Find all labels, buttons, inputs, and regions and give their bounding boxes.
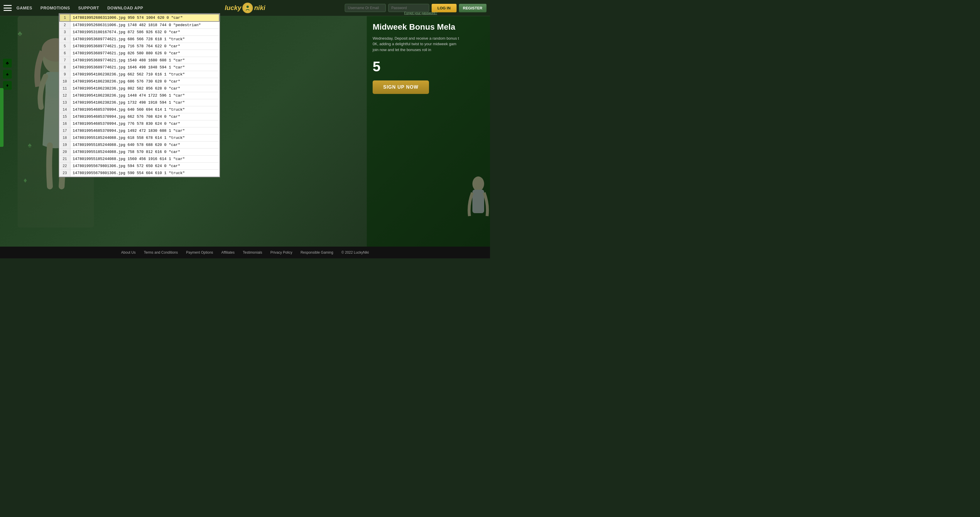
row-content: 1478019953689774621.jpg 686 566 728 618 … <box>70 36 219 43</box>
nav-games[interactable]: GAMES <box>16 6 32 10</box>
table-row[interactable]: 61478019953689774621.jpg 826 580 880 626… <box>60 50 219 57</box>
row-number: 1 <box>60 14 70 21</box>
password-input[interactable] <box>388 4 429 12</box>
nav-download[interactable]: DOWNLOAD APP <box>107 6 143 10</box>
logo-text-left: lucky <box>225 4 241 12</box>
table-row[interactable]: 71478019953689774621.jpg 1540 488 1680 6… <box>60 57 219 64</box>
nav-support[interactable]: SUPPORT <box>78 6 99 10</box>
green-sidebar <box>0 88 3 147</box>
table-row[interactable]: 201478019955185244088.jpg 758 570 812 61… <box>60 148 219 156</box>
row-number: 10 <box>60 78 70 85</box>
row-number: 4 <box>60 36 70 43</box>
row-content: 1478019954685370994.jpg 776 578 830 624 … <box>70 120 219 128</box>
table-row[interactable]: 41478019953689774621.jpg 686 566 728 618… <box>60 36 219 43</box>
bonus-title: Midweek Bonus Mela <box>372 22 484 32</box>
row-number: 5 <box>60 43 70 50</box>
spreadsheet[interactable]: 11478019952686311006.jpg 950 574 1004 62… <box>59 13 220 177</box>
left-side-icons: ♣ ♠ ♦ <box>3 59 12 90</box>
row-number: 3 <box>60 29 70 36</box>
logo[interactable]: lucky niki <box>225 3 265 13</box>
right-bonus-panel: Midweek Bonus Mela Wednesday, Deposit an… <box>367 16 490 247</box>
forgot-password-link[interactable]: Forgot your password? <box>404 11 438 15</box>
countdown-display: 5 <box>372 58 484 75</box>
row-number: 17 <box>60 128 70 134</box>
row-number: 13 <box>60 99 70 106</box>
footer-responsible[interactable]: Responsible Gaming <box>301 251 333 255</box>
row-number: 6 <box>60 50 70 57</box>
row-number: 12 <box>60 92 70 99</box>
row-number: 16 <box>60 120 70 128</box>
right-character <box>466 175 490 235</box>
table-row[interactable]: 141478019954685370994.jpg 640 560 694 61… <box>60 106 219 113</box>
footer-testimonials[interactable]: Testimonials <box>243 251 262 255</box>
row-number: 7 <box>60 57 70 64</box>
data-table: 11478019952686311006.jpg 950 574 1004 62… <box>59 14 220 177</box>
row-content: 1478019955185244088.jpg 618 558 678 614 … <box>70 134 219 142</box>
row-number: 23 <box>60 170 70 177</box>
table-row[interactable]: 171478019954685370994.jpg 1492 472 1830 … <box>60 128 219 134</box>
row-content: 1478019954685370994.jpg 1492 472 1830 60… <box>70 128 219 134</box>
footer-about[interactable]: About Us <box>121 251 135 255</box>
row-content: 1478019953689774621.jpg 1540 488 1680 60… <box>70 57 219 64</box>
row-content: 1478019954685370994.jpg 640 560 694 614 … <box>70 106 219 113</box>
table-row[interactable]: 131478019954186238236.jpg 1732 498 1918 … <box>60 99 219 106</box>
footer: About Us Terms and Conditions Payment Op… <box>0 247 490 258</box>
table-row[interactable]: 221478019955679801306.jpg 594 572 650 62… <box>60 163 219 170</box>
row-number: 11 <box>60 85 70 92</box>
table-row[interactable]: 101478019954186238236.jpg 686 576 730 62… <box>60 78 219 85</box>
table-row[interactable]: 181478019955185244088.jpg 618 558 678 61… <box>60 134 219 142</box>
row-number: 19 <box>60 142 70 148</box>
row-content: 1478019952686311006.jpg 1748 482 1818 74… <box>70 21 219 29</box>
table-row[interactable]: 211478019955185244088.jpg 1560 456 1916 … <box>60 156 219 163</box>
signup-now-button[interactable]: SIGN UP NOW <box>372 80 429 94</box>
footer-privacy[interactable]: Privacy Policy <box>270 251 292 255</box>
row-content: 1478019955185244088.jpg 758 570 812 616 … <box>70 148 219 156</box>
table-row[interactable]: 31478019953180167674.jpg 872 586 926 632… <box>60 29 219 36</box>
side-club-icon: ♣ <box>3 59 12 67</box>
table-row[interactable]: 21478019952686311006.jpg 1748 482 1818 7… <box>60 21 219 29</box>
footer-payment[interactable]: Payment Options <box>186 251 213 255</box>
row-content: 1478019953689774621.jpg 826 580 880 626 … <box>70 50 219 57</box>
register-button[interactable]: REGISTER <box>459 4 487 12</box>
row-number: 15 <box>60 113 70 120</box>
row-content: 1478019954685370994.jpg 662 576 708 624 … <box>70 113 219 120</box>
row-content: 1478019954186238236.jpg 802 582 856 628 … <box>70 85 219 92</box>
table-row[interactable]: 161478019954685370994.jpg 776 578 830 62… <box>60 120 219 128</box>
row-content: 1478019954186238236.jpg 1448 474 1722 59… <box>70 92 219 99</box>
row-content: 1478019953180167674.jpg 872 586 926 632 … <box>70 29 219 36</box>
row-content: 1478019955679801306.jpg 594 572 650 624 … <box>70 163 219 170</box>
table-row[interactable]: 81478019953689774621.jpg 1646 498 1848 5… <box>60 64 219 71</box>
row-number: 22 <box>60 163 70 170</box>
table-row[interactable]: 121478019954186238236.jpg 1448 474 1722 … <box>60 92 219 99</box>
row-number: 20 <box>60 148 70 156</box>
row-content: 1478019955185244088.jpg 1560 456 1916 61… <box>70 156 219 163</box>
table-row[interactable]: 91478019954186238236.jpg 662 562 710 616… <box>60 71 219 78</box>
footer-terms[interactable]: Terms and Conditions <box>144 251 178 255</box>
footer-affiliates[interactable]: Affiliates <box>221 251 234 255</box>
logo-text-right: niki <box>254 4 265 12</box>
row-number: 2 <box>60 21 70 29</box>
row-content: 1478019954186238236.jpg 686 576 730 628 … <box>70 78 219 85</box>
table-row[interactable]: 111478019954186238236.jpg 802 582 856 62… <box>60 85 219 92</box>
username-input[interactable] <box>345 4 386 12</box>
table-row[interactable]: 51478019953689774621.jpg 716 578 764 622… <box>60 43 219 50</box>
row-number: 18 <box>60 134 70 142</box>
table-row[interactable]: 151478019954685370994.jpg 662 576 708 62… <box>60 113 219 120</box>
side-spade-icon: ♠ <box>3 70 12 79</box>
side-diamond-icon: ♦ <box>3 81 12 90</box>
hamburger-menu[interactable] <box>3 5 12 11</box>
row-content: 1478019954186238236.jpg 1732 498 1918 59… <box>70 99 219 106</box>
logo-icon <box>242 3 253 13</box>
table-row[interactable]: 11478019952686311006.jpg 950 574 1004 62… <box>60 14 219 21</box>
table-row[interactable]: 191478019955185244088.jpg 640 578 688 62… <box>60 142 219 148</box>
svg-point-4 <box>473 176 484 191</box>
table-row[interactable]: 231478019955679801306.jpg 590 554 604 61… <box>60 170 219 177</box>
row-number: 9 <box>60 71 70 78</box>
main-nav: GAMES PROMOTIONS SUPPORT DOWNLOAD APP <box>16 6 345 10</box>
row-content: 1478019953689774621.jpg 716 578 764 622 … <box>70 43 219 50</box>
row-number: 14 <box>60 106 70 113</box>
svg-point-0 <box>247 6 249 8</box>
row-number: 8 <box>60 64 70 71</box>
bonus-description: Wednesday, Deposit and receive a random … <box>372 35 484 53</box>
nav-promotions[interactable]: PROMOTIONS <box>40 6 70 10</box>
